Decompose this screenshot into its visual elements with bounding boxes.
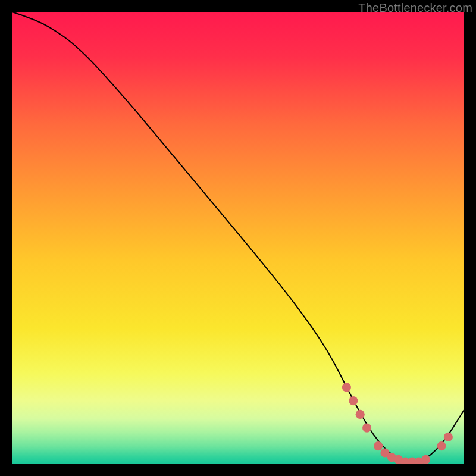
main-curve [12,12,464,462]
marker-dot [362,424,371,433]
marker-group [342,383,453,464]
marker-dot [421,455,430,464]
curve-layer [12,12,464,464]
marker-dot [444,433,453,441]
chart-stage: TheBottlenecker.com [0,0,476,476]
marker-dot [374,441,383,450]
marker-dot [437,441,446,450]
marker-dot [342,383,351,392]
marker-dot [356,410,365,419]
plot-area [12,12,464,464]
marker-dot [349,396,358,405]
